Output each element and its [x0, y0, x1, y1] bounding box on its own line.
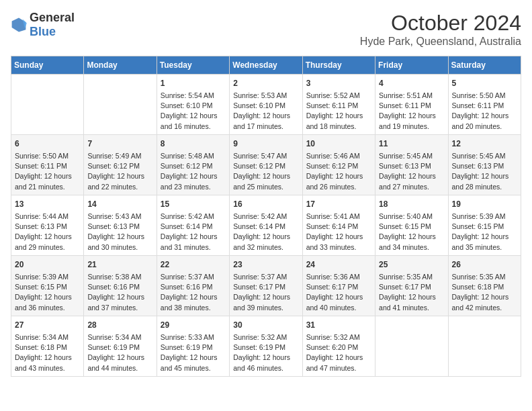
day-info: Sunrise: 5:41 AMSunset: 6:14 PMDaylight:…: [306, 212, 371, 253]
calendar-cell: [11, 75, 84, 135]
calendar-cell: 16Sunrise: 5:42 AMSunset: 6:14 PMDayligh…: [230, 195, 302, 256]
calendar-cell: 2Sunrise: 5:53 AMSunset: 6:10 PMDaylight…: [230, 75, 302, 135]
day-info: Sunrise: 5:34 AMSunset: 6:18 PMDaylight:…: [15, 332, 80, 373]
day-number: 9: [233, 138, 298, 150]
calendar-cell: 19Sunrise: 5:39 AMSunset: 6:15 PMDayligh…: [448, 195, 521, 256]
day-number: 21: [87, 259, 152, 271]
logo: General Blue: [11, 11, 75, 39]
day-number: 8: [161, 138, 226, 150]
calendar-cell: 15Sunrise: 5:42 AMSunset: 6:14 PMDayligh…: [157, 195, 229, 256]
calendar-cell: 8Sunrise: 5:48 AMSunset: 6:12 PMDaylight…: [157, 135, 229, 195]
weekday-header-monday: Monday: [84, 56, 157, 75]
day-info: Sunrise: 5:48 AMSunset: 6:12 PMDaylight:…: [161, 151, 226, 192]
day-number: 6: [15, 138, 80, 150]
calendar-cell: 7Sunrise: 5:49 AMSunset: 6:12 PMDaylight…: [84, 135, 157, 195]
calendar-cell: 23Sunrise: 5:37 AMSunset: 6:17 PMDayligh…: [230, 256, 302, 316]
calendar-week-3: 13Sunrise: 5:44 AMSunset: 6:13 PMDayligh…: [11, 195, 521, 256]
day-number: 26: [452, 259, 517, 271]
weekday-header-wednesday: Wednesday: [230, 56, 302, 75]
calendar-cell: 30Sunrise: 5:32 AMSunset: 6:19 PMDayligh…: [230, 316, 302, 377]
day-number: 25: [379, 259, 444, 271]
weekday-header-sunday: Sunday: [11, 56, 84, 75]
day-info: Sunrise: 5:39 AMSunset: 6:15 PMDaylight:…: [452, 212, 517, 253]
calendar-week-4: 20Sunrise: 5:39 AMSunset: 6:15 PMDayligh…: [11, 256, 521, 316]
day-number: 24: [306, 259, 371, 271]
day-number: 28: [87, 319, 152, 331]
location-title: Hyde Park, Queensland, Australia: [360, 36, 521, 48]
day-info: Sunrise: 5:46 AMSunset: 6:12 PMDaylight:…: [306, 151, 371, 192]
calendar-cell: 11Sunrise: 5:45 AMSunset: 6:13 PMDayligh…: [375, 135, 448, 195]
day-info: Sunrise: 5:32 AMSunset: 6:20 PMDaylight:…: [306, 332, 371, 373]
calendar-cell: 3Sunrise: 5:52 AMSunset: 6:11 PMDaylight…: [302, 75, 375, 135]
day-number: 15: [161, 198, 226, 210]
calendar-header-row: SundayMondayTuesdayWednesdayThursdayFrid…: [11, 56, 521, 75]
day-info: Sunrise: 5:54 AMSunset: 6:10 PMDaylight:…: [161, 91, 226, 132]
day-number: 10: [306, 138, 371, 150]
calendar-cell: 17Sunrise: 5:41 AMSunset: 6:14 PMDayligh…: [302, 195, 375, 256]
day-number: 29: [161, 319, 226, 331]
calendar-cell: 9Sunrise: 5:47 AMSunset: 6:12 PMDaylight…: [230, 135, 302, 195]
day-number: 31: [306, 319, 371, 331]
calendar-cell: 27Sunrise: 5:34 AMSunset: 6:18 PMDayligh…: [11, 316, 84, 377]
calendar-cell: 4Sunrise: 5:51 AMSunset: 6:11 PMDaylight…: [375, 75, 448, 135]
calendar-cell: [375, 316, 448, 377]
calendar-cell: 28Sunrise: 5:34 AMSunset: 6:19 PMDayligh…: [84, 316, 157, 377]
calendar-week-1: 1Sunrise: 5:54 AMSunset: 6:10 PMDaylight…: [11, 75, 521, 135]
calendar-cell: 6Sunrise: 5:50 AMSunset: 6:11 PMDaylight…: [11, 135, 84, 195]
weekday-header-friday: Friday: [375, 56, 448, 75]
day-number: 2: [233, 77, 298, 89]
calendar-cell: 25Sunrise: 5:35 AMSunset: 6:17 PMDayligh…: [375, 256, 448, 316]
calendar-week-5: 27Sunrise: 5:34 AMSunset: 6:18 PMDayligh…: [11, 316, 521, 377]
calendar-cell: 24Sunrise: 5:36 AMSunset: 6:17 PMDayligh…: [302, 256, 375, 316]
day-number: 16: [233, 198, 298, 210]
day-info: Sunrise: 5:53 AMSunset: 6:10 PMDaylight:…: [233, 91, 298, 132]
day-number: 27: [15, 319, 80, 331]
calendar-cell: 29Sunrise: 5:33 AMSunset: 6:19 PMDayligh…: [157, 316, 229, 377]
day-number: 17: [306, 198, 371, 210]
day-info: Sunrise: 5:43 AMSunset: 6:13 PMDaylight:…: [87, 212, 152, 253]
day-number: 4: [379, 77, 444, 89]
day-number: 22: [161, 259, 226, 271]
calendar-cell: 22Sunrise: 5:37 AMSunset: 6:16 PMDayligh…: [157, 256, 229, 316]
day-number: 13: [15, 198, 80, 210]
calendar-cell: 31Sunrise: 5:32 AMSunset: 6:20 PMDayligh…: [302, 316, 375, 377]
day-number: 20: [15, 259, 80, 271]
day-info: Sunrise: 5:34 AMSunset: 6:19 PMDaylight:…: [87, 332, 152, 373]
logo-text: General Blue: [30, 11, 75, 39]
calendar-cell: 21Sunrise: 5:38 AMSunset: 6:16 PMDayligh…: [84, 256, 157, 316]
svg-marker-0: [12, 18, 26, 32]
day-info: Sunrise: 5:52 AMSunset: 6:11 PMDaylight:…: [306, 91, 371, 132]
day-info: Sunrise: 5:38 AMSunset: 6:16 PMDaylight:…: [87, 272, 152, 313]
calendar-table: SundayMondayTuesdayWednesdayThursdayFrid…: [11, 56, 521, 377]
day-info: Sunrise: 5:42 AMSunset: 6:14 PMDaylight:…: [161, 212, 226, 253]
day-info: Sunrise: 5:51 AMSunset: 6:11 PMDaylight:…: [379, 91, 444, 132]
day-info: Sunrise: 5:40 AMSunset: 6:15 PMDaylight:…: [379, 212, 444, 253]
calendar-cell: 26Sunrise: 5:35 AMSunset: 6:18 PMDayligh…: [448, 256, 521, 316]
day-info: Sunrise: 5:36 AMSunset: 6:17 PMDaylight:…: [306, 272, 371, 313]
day-number: 19: [452, 198, 517, 210]
calendar-cell: 18Sunrise: 5:40 AMSunset: 6:15 PMDayligh…: [375, 195, 448, 256]
day-info: Sunrise: 5:50 AMSunset: 6:11 PMDaylight:…: [452, 91, 517, 132]
weekday-header-saturday: Saturday: [448, 56, 521, 75]
day-info: Sunrise: 5:49 AMSunset: 6:12 PMDaylight:…: [87, 151, 152, 192]
logo-general: General: [30, 11, 75, 24]
day-info: Sunrise: 5:37 AMSunset: 6:16 PMDaylight:…: [161, 272, 226, 313]
logo-blue: Blue: [30, 25, 56, 38]
weekday-header-thursday: Thursday: [302, 56, 375, 75]
logo-icon: [11, 17, 27, 33]
day-info: Sunrise: 5:32 AMSunset: 6:19 PMDaylight:…: [233, 332, 298, 373]
day-number: 30: [233, 319, 298, 331]
calendar-cell: 5Sunrise: 5:50 AMSunset: 6:11 PMDaylight…: [448, 75, 521, 135]
day-number: 12: [452, 138, 517, 150]
day-info: Sunrise: 5:42 AMSunset: 6:14 PMDaylight:…: [233, 212, 298, 253]
day-info: Sunrise: 5:39 AMSunset: 6:15 PMDaylight:…: [15, 272, 80, 313]
day-number: 1: [161, 77, 226, 89]
weekday-header-tuesday: Tuesday: [157, 56, 229, 75]
day-number: 7: [87, 138, 152, 150]
calendar-cell: 12Sunrise: 5:45 AMSunset: 6:13 PMDayligh…: [448, 135, 521, 195]
day-number: 14: [87, 198, 152, 210]
month-title: October 2024: [360, 11, 521, 36]
day-info: Sunrise: 5:35 AMSunset: 6:17 PMDaylight:…: [379, 272, 444, 313]
calendar-cell: 1Sunrise: 5:54 AMSunset: 6:10 PMDaylight…: [157, 75, 229, 135]
day-info: Sunrise: 5:33 AMSunset: 6:19 PMDaylight:…: [161, 332, 226, 373]
